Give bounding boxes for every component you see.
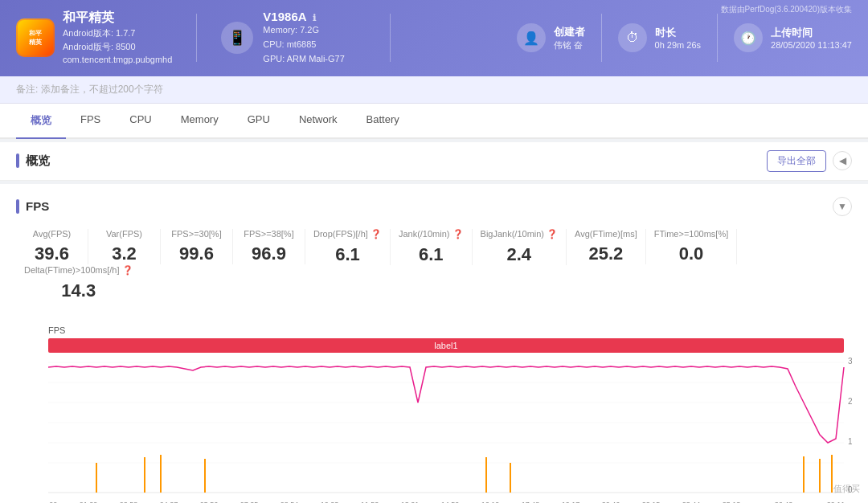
- app-name: 和平精英: [63, 10, 172, 27]
- fps-stat-8: FTime>=100ms[%]0.0: [646, 229, 738, 264]
- svg-text:17:48: 17:48: [522, 501, 540, 504]
- app-android-build: Android版号: 8500: [63, 40, 172, 54]
- overview-title-text: 概览: [26, 153, 50, 169]
- upload-value: 28/05/2020 11:13:47: [771, 40, 852, 50]
- fps-stat-label-5: Jank(/10min) ❓: [399, 229, 464, 239]
- fps-stat-value-3: 96.9: [241, 243, 297, 264]
- svg-text:19:17: 19:17: [562, 501, 580, 504]
- svg-text:2: 2: [848, 397, 852, 406]
- tab-gpu[interactable]: GPU: [233, 104, 285, 139]
- creator-label: 创建者: [554, 25, 585, 39]
- fps-stat-label-4: Drop(FPS)[/h] ❓: [313, 229, 382, 239]
- export-all-button[interactable]: 导出全部: [767, 150, 826, 172]
- fps-title-bar: [16, 199, 19, 214]
- duration-value: 0h 29m 26s: [655, 40, 701, 50]
- fps-stat-value-2: 99.6: [169, 243, 224, 264]
- tab-overview[interactable]: 概览: [16, 104, 66, 139]
- fps-stat-7: Avg(FTime)[ms]25.2: [567, 229, 646, 264]
- device-memory: Memory: 7.2G: [263, 23, 344, 38]
- fps-stat-label-9: Delta(FTime)>100ms[/h] ❓: [24, 265, 133, 276]
- svg-text:label1: label1: [434, 341, 457, 350]
- app-info: 和平精英 和平精英 Android版本: 1.7.7 Android版号: 85…: [16, 10, 172, 67]
- svg-text:13:21: 13:21: [401, 501, 420, 504]
- header-divider-3: [601, 14, 602, 62]
- upload-label: 上传时间: [771, 26, 852, 40]
- fps-stat-value-4: 6.1: [313, 244, 382, 265]
- section-title-bar: [16, 153, 19, 168]
- header-divider-4: [717, 14, 718, 62]
- duration-details: 时长 0h 29m 26s: [655, 26, 701, 50]
- duration-icon: ⏱: [618, 23, 647, 52]
- fps-collapse-button[interactable]: ▼: [833, 197, 852, 216]
- fps-stat-value-6: 2.4: [481, 244, 559, 265]
- fps-chart-svg-wrapper: label1 41 37 33 29 25 21 16 12 8 4 0 3 2: [48, 338, 844, 504]
- overview-section-header: 概览 导出全部 ◀: [0, 142, 868, 181]
- tab-fps[interactable]: FPS: [66, 104, 115, 139]
- nav-tabs: 概览 FPS CPU Memory GPU Network Battery: [0, 104, 868, 139]
- app-android-version: Android版本: 1.7.7: [63, 27, 172, 40]
- fps-stat-value-9: 14.3: [24, 280, 133, 301]
- device-name: V1986A ℹ: [263, 10, 344, 23]
- svg-text:00:00: 00:00: [48, 501, 57, 504]
- upload-info: 🕐 上传时间 28/05/2020 11:13:47: [734, 23, 852, 52]
- svg-text:10:23: 10:23: [321, 501, 339, 504]
- creator-details: 创建者 伟铭 奋: [554, 25, 585, 51]
- header-divider-2: [390, 14, 391, 62]
- fps-title-text: FPS: [16, 199, 49, 214]
- fps-stat-label-7: Avg(FTime)[ms]: [575, 229, 637, 239]
- svg-rect-0: [48, 338, 852, 495]
- fps-stat-6: BigJank(/10min) ❓2.4: [473, 229, 567, 265]
- fps-stat-label-0: Avg(FPS): [24, 229, 80, 239]
- svg-text:05:56: 05:56: [200, 501, 219, 504]
- svg-text:14:50: 14:50: [441, 501, 460, 504]
- fps-stat-4: Drop(FPS)[/h] ❓6.1: [305, 229, 391, 265]
- fps-stat-0: Avg(FPS)39.6: [16, 229, 88, 264]
- fps-stat-label-1: Var(FPS): [96, 229, 152, 239]
- svg-text:07:25: 07:25: [240, 501, 259, 504]
- tab-battery[interactable]: Battery: [352, 104, 414, 139]
- fps-stat-label-3: FPS>=38[%]: [241, 229, 297, 239]
- svg-text:01:29: 01:29: [80, 501, 98, 504]
- overview-collapse-button[interactable]: ◀: [833, 151, 852, 170]
- svg-text:11:52: 11:52: [361, 501, 379, 504]
- tab-memory[interactable]: Memory: [166, 104, 233, 139]
- fps-stat-value-5: 6.1: [399, 244, 464, 265]
- watermark: 值得买: [833, 483, 860, 495]
- fps-stats-row: Avg(FPS)39.6Var(FPS)3.2FPS>=30[%]99.6FPS…: [16, 229, 852, 301]
- svg-text:16:19: 16:19: [481, 501, 500, 504]
- duration-info: ⏱ 时长 0h 29m 26s: [618, 23, 701, 52]
- fps-stat-2: FPS>=30[%]99.6: [161, 229, 233, 264]
- top-note: 数据由PerfDog(3.6.200420)版本收集: [721, 4, 852, 15]
- app-package: com.tencent.tmgp.pubgmhd: [63, 53, 172, 67]
- svg-text:08:54: 08:54: [280, 501, 299, 504]
- header-divider-1: [196, 14, 197, 62]
- device-icon: 📱: [221, 22, 253, 54]
- svg-text:26:42: 26:42: [775, 501, 793, 504]
- tab-network[interactable]: Network: [285, 104, 352, 139]
- app-details: 和平精英 Android版本: 1.7.7 Android版号: 8500 co…: [63, 10, 172, 67]
- fps-stat-value-0: 39.6: [24, 243, 80, 264]
- device-gpu: GPU: ARM Mali-G77: [263, 52, 344, 67]
- svg-text:25:13: 25:13: [723, 501, 741, 504]
- fps-stat-label-6: BigJank(/10min) ❓: [481, 229, 559, 239]
- svg-text:3: 3: [848, 357, 852, 366]
- svg-text:02:58: 02:58: [120, 501, 138, 504]
- fps-chart-container: FPS label1 41 37 33 29 25 21 16 12: [16, 317, 852, 504]
- fps-section: FPS ▼ Avg(FPS)39.6Var(FPS)3.2FPS>=30[%]9…: [0, 184, 868, 504]
- device-cpu: CPU: mt6885: [263, 38, 344, 52]
- fps-stat-5: Jank(/10min) ❓6.1: [391, 229, 473, 265]
- creator-icon: 👤: [517, 23, 546, 52]
- fps-section-title-row: FPS ▼: [16, 197, 852, 216]
- upload-icon: 🕐: [734, 23, 763, 52]
- svg-text:20:46: 20:46: [602, 501, 620, 504]
- duration-label: 时长: [655, 26, 701, 40]
- fps-stat-label-8: FTime>=100ms[%]: [654, 229, 729, 239]
- creator-info: 👤 创建者 伟铭 奋: [517, 23, 585, 52]
- device-info-icon: ℹ: [313, 13, 316, 22]
- header-meta: 👤 创建者 伟铭 奋 ⏱ 时长 0h 29m 26s 🕐 上传时间: [517, 14, 852, 62]
- header: 数据由PerfDog(3.6.200420)版本收集 和平精英 和平精英 And…: [0, 0, 868, 76]
- svg-text:29:11: 29:11: [827, 501, 845, 504]
- tab-cpu[interactable]: CPU: [115, 104, 166, 139]
- svg-text:04:27: 04:27: [160, 501, 178, 504]
- fps-chart-svg: label1 41 37 33 29 25 21 16 12 8 4 0 3 2: [48, 338, 852, 504]
